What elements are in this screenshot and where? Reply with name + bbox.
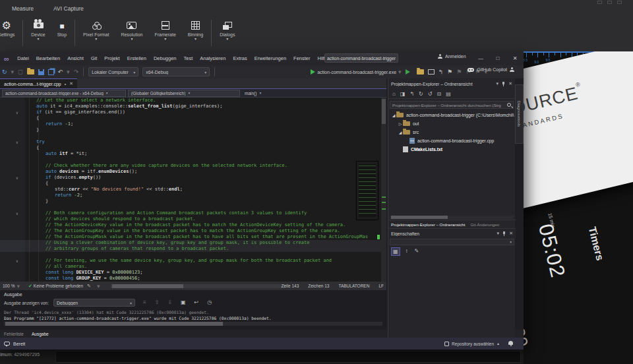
menu-erweiterungen[interactable]: Erweiterungen	[251, 55, 289, 61]
show-all-files-icon[interactable]: ▤	[446, 91, 451, 97]
redo-icon[interactable]: ↷	[74, 69, 79, 75]
debug-caret-icon[interactable]: ▾	[11, 69, 15, 75]
tabs-indicator[interactable]: TABULATOREN	[338, 284, 369, 288]
undo-caret-icon[interactable]: ▾	[67, 69, 70, 75]
menu-datei[interactable]: Datei	[14, 55, 33, 61]
nav-member-dropdown[interactable]: main() ▾	[242, 90, 264, 97]
menu-fenster[interactable]: Fenster	[290, 55, 314, 61]
prev-message-icon[interactable]: ⇧	[155, 299, 160, 306]
collapse-all-icon[interactable]: ⊟	[437, 91, 442, 97]
capture-tool-pixel-format[interactable]: Pixel Format▾	[77, 18, 115, 42]
capture-tool-framerate[interactable]: Framerate▾	[148, 18, 181, 42]
capture-tool-settings[interactable]: Settings	[0, 18, 20, 38]
code-editor[interactable]: // Let the user select a network interfa…	[0, 98, 386, 282]
menu-bearbeiten[interactable]: Bearbeiten	[32, 55, 63, 61]
stop-debug-icon[interactable]: ◻	[18, 69, 22, 75]
alphabetical-icon[interactable]: ↕	[404, 247, 409, 256]
capture-tool-binning[interactable]: Binning▾	[182, 18, 209, 42]
home-icon[interactable]: ⌂	[392, 91, 396, 97]
clear-all-icon[interactable]: ▣	[181, 299, 186, 306]
menu-ansicht[interactable]: Ansicht	[64, 55, 88, 61]
tree-item[interactable]: action-command-broadcast-trigger.cpp	[388, 136, 515, 145]
editor-tab-active[interactable]: action-comma...t-trigger.cpp • ✕	[0, 78, 77, 88]
menu-erstellen[interactable]: Erstellen	[123, 55, 150, 61]
feedback-icon[interactable]	[4, 342, 10, 346]
editor-horizontal-scrollbar[interactable]	[111, 284, 286, 288]
panel-tab-fehlerliste[interactable]: Fehlerliste	[4, 332, 24, 336]
output-log[interactable]: Der Thread 'ic4.device_xxxx' (13304) hat…	[4, 309, 386, 321]
chevron-down-icon[interactable]: ▾	[97, 283, 100, 289]
capture-tab-avi-capture[interactable]: AVI Capture	[51, 4, 86, 13]
title-search-box[interactable]: action-command-broadcast-trigger	[324, 53, 398, 63]
app-window-controls[interactable]	[597, 1, 622, 4]
run-without-debug-icon[interactable]	[406, 69, 410, 75]
scrollbar-thumb[interactable]	[382, 99, 386, 124]
chevron-down-icon[interactable]: ▾	[16, 283, 20, 289]
capture-tool-stop[interactable]: Stop	[51, 18, 73, 38]
window-control-icon[interactable]	[607, 1, 612, 4]
tree-horizontal-scrollbar[interactable]	[390, 216, 514, 219]
new-window-icon[interactable]	[428, 69, 435, 75]
menu-extras[interactable]: Extras	[229, 55, 251, 61]
fold-chevron-icon[interactable]: ∨	[16, 175, 18, 181]
pending-changes-icon[interactable]: ↰	[409, 91, 414, 97]
output-source-dropdown[interactable]: Debuggen ▾	[53, 299, 135, 307]
open-folder-icon[interactable]	[27, 69, 34, 75]
solution-explorer-search[interactable]: Projektmappen-Explorer – Ordneransicht d…	[390, 101, 514, 109]
close-icon[interactable]: ✕	[508, 81, 512, 86]
nav-scope-dropdown[interactable]: (Globaler Gültigkeitsbereich) ▾	[128, 90, 240, 97]
line-ending-indicator[interactable]: LF	[378, 284, 384, 288]
scrollbar-thumb[interactable]	[391, 216, 448, 219]
menu-analysieren[interactable]: Analysieren	[196, 55, 229, 61]
zoom-level[interactable]: 100 %	[3, 284, 15, 288]
panel-tab-ausgabe[interactable]: Ausgabe	[32, 332, 49, 336]
menu-debuggen[interactable]: Debuggen	[150, 55, 180, 61]
switch-views-icon[interactable]: ◨	[400, 91, 406, 97]
pin-icon[interactable]	[502, 82, 504, 86]
save-all-icon[interactable]	[48, 69, 54, 75]
sync-with-active-icon[interactable]: ↻	[419, 91, 423, 97]
tree-item[interactable]: ◢action-command-broadcast-trigger (C:\Us…	[388, 111, 515, 119]
open-icon[interactable]	[417, 69, 424, 75]
line-indicator[interactable]: Zeile 143	[282, 284, 299, 288]
tree-expander-icon[interactable]: ▷	[398, 121, 403, 126]
tree-expander-icon[interactable]: ◢	[391, 113, 396, 117]
capture-tool-resolution[interactable]: Resolution▾	[115, 18, 148, 42]
tree-item[interactable]: CMakeLists.txt	[388, 145, 515, 154]
tree-expander-icon[interactable]: ◢	[398, 130, 403, 135]
menu-git[interactable]: Git	[87, 55, 101, 61]
notifications-bell-icon[interactable]	[508, 341, 513, 345]
categorized-icon[interactable]: ▦	[391, 247, 400, 256]
tree-item[interactable]: ▷out	[388, 119, 515, 128]
prev-bookmark-icon[interactable]: ⚑	[456, 69, 462, 75]
edit-mode-icon[interactable]: ✎	[87, 284, 91, 289]
problems-status[interactable]: Keine Probleme gefunden	[34, 284, 83, 288]
capture-tab-measure[interactable]: Measure	[9, 4, 36, 13]
github-copilot-button[interactable]: GitHub Copilot	[467, 67, 514, 72]
scrollbar-thumb[interactable]	[112, 284, 183, 288]
property-pages-icon[interactable]: ✎	[413, 247, 421, 256]
word-wrap-icon[interactable]: ↩	[195, 299, 199, 306]
capture-tool-device[interactable]: Device▾	[25, 18, 51, 42]
fold-chevron-icon[interactable]: ∨	[16, 109, 18, 115]
next-message-icon[interactable]: ⇩	[167, 299, 172, 306]
explorer-tab-1[interactable]: Git-Änderungen	[470, 222, 499, 227]
explorer-tab-0[interactable]: Projektmappen-Explorer – Ordneransicht	[391, 222, 465, 227]
scrollbar-thumb[interactable]	[5, 322, 223, 326]
menu-test[interactable]: Test	[180, 55, 196, 61]
chevron-down-icon[interactable]: ▾	[497, 231, 500, 236]
close-button[interactable]: ✕	[506, 55, 524, 61]
output-horizontal-scrollbar[interactable]	[4, 322, 382, 326]
save-icon[interactable]	[38, 69, 44, 75]
char-indicator[interactable]: Zeichen 13	[308, 284, 329, 288]
configuration-dropdown[interactable]: x64-Debug ▾	[142, 67, 210, 76]
run-button[interactable]: action-command-broadcast-trigger.exe ▾	[309, 69, 411, 75]
start-debug-icon[interactable]: ↻	[2, 69, 7, 75]
pin-icon[interactable]	[503, 231, 505, 236]
properties-object-dropdown[interactable]: ▾	[390, 239, 514, 245]
fold-chevron-icon[interactable]: ∨	[16, 210, 18, 216]
refresh-icon[interactable]: ↺	[428, 91, 433, 97]
history-icon[interactable]: ◷	[207, 299, 212, 306]
minimize-button[interactable]: —	[472, 55, 489, 61]
fold-chevron-icon[interactable]: ∨	[16, 139, 18, 145]
